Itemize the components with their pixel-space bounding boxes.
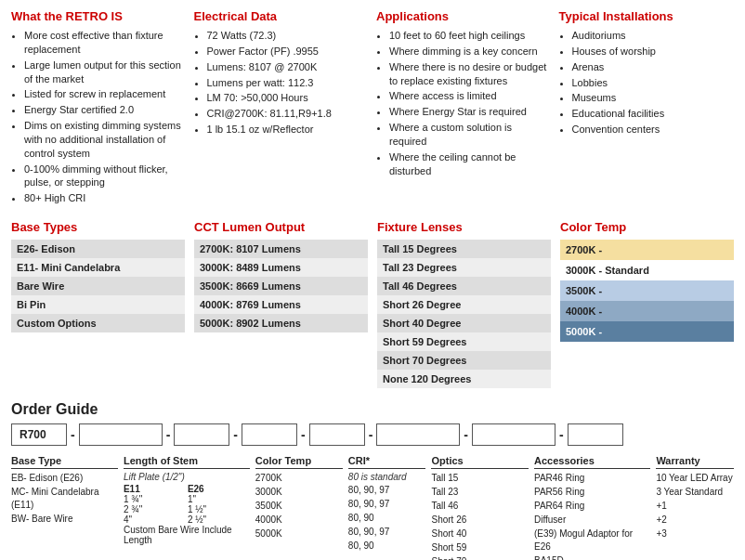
order-dash-3: - — [233, 427, 238, 442]
stem-grid: E11 1 ¾" 2 ¾" 4" E26 1" 1 ½" 2 ½" — [124, 484, 250, 525]
stem-row: 1 ¾" — [124, 494, 186, 504]
accessories-col: Accessories PAR46 Ring PAR56 Ring PAR64 … — [534, 455, 650, 560]
optics-header: Optics — [431, 455, 529, 469]
list-item: Arenas — [572, 60, 735, 74]
list-item: Where dimming is a key concern — [389, 45, 552, 59]
list-item: Museums — [572, 91, 735, 105]
list-item: More cost effective than fixture replace… — [24, 29, 187, 57]
typical-installations-col: Typical Installations Auditoriums Houses… — [559, 9, 735, 207]
accessories-header: Accessories — [534, 455, 650, 469]
table-row: Tall 23 Degrees — [377, 258, 551, 277]
list-item: Tall 15 — [431, 472, 529, 485]
cct-lumen-section: CCT Lumen Output 2700K: 8107 Lumens 3000… — [194, 220, 368, 388]
list-item: Lobbies — [572, 76, 735, 90]
table-row: 3000K - Standard — [560, 260, 734, 280]
table-row: Tall 15 Degrees — [377, 240, 551, 258]
optics-col: Optics Tall 15 Tall 23 Tall 46 Short 26 … — [431, 455, 529, 560]
warranty-col: Warranty 10 Year LED Array 3 Year Standa… — [656, 455, 734, 560]
order-guide-section: Order Guide R700 - - - - - - - Base Type… — [11, 401, 734, 560]
e26-label: E26 — [188, 484, 204, 494]
list-item: Diffuser — [534, 514, 650, 527]
table-row: Short 26 Degree — [377, 295, 551, 314]
optics-list: Tall 15 Tall 23 Tall 46 Short 26 Short 4… — [431, 472, 529, 560]
e26-col: E26 1" 1 ½" 2 ½" — [188, 484, 250, 525]
table-row: E11- Mini Candelabra — [11, 258, 185, 277]
cct-lumen-title: CCT Lumen Output — [194, 220, 368, 234]
list-item: Lumens: 8107 @ 2700K — [207, 60, 370, 74]
list-item: MC- Mini Candelabra (E11) — [11, 486, 118, 512]
top-info-grid: What the RETRO IS More cost effective th… — [11, 9, 734, 207]
list-item: Where Energy Star is required — [389, 105, 552, 119]
typical-installations-title: Typical Installations — [559, 9, 735, 23]
stem-row: 2 ¾" — [124, 504, 186, 514]
cct-order-header: Color Temp — [255, 455, 343, 469]
cri-subheader: 80 is standard — [348, 472, 426, 482]
list-item: BA15D — [534, 554, 650, 560]
order-details-grid: Base Type EB- Edison (E26) MC- Mini Cand… — [11, 455, 734, 560]
list-item: Large lumen output for this section of t… — [24, 59, 187, 86]
order-dash-7: - — [559, 427, 564, 442]
list-item: Tall 46 — [431, 500, 529, 513]
list-item: Short 70 — [431, 555, 529, 560]
table-row: Bare Wire — [11, 277, 185, 295]
base-type-list: EB- Edison (E26) MC- Mini Candelabra (E1… — [11, 472, 118, 526]
list-item: 1 lb 15.1 oz w/Reflector — [207, 123, 370, 137]
warranty-list: 10 Year LED Array 3 Year Standard +1 +2 … — [656, 472, 734, 540]
list-item: BW- Bare Wire — [11, 513, 118, 526]
order-box-base[interactable] — [79, 423, 163, 446]
accessories-list: PAR46 Ring PAR56 Ring PAR64 Ring Diffuse… — [534, 472, 650, 560]
warranty-header: Warranty — [656, 455, 734, 469]
what-retro-col: What the RETRO IS More cost effective th… — [11, 9, 187, 207]
list-item: 80, 90, 97 — [348, 484, 426, 497]
order-box-optics[interactable] — [376, 423, 460, 446]
list-item: 80, 90, 97 — [348, 526, 426, 539]
list-item: 2700K — [255, 472, 343, 485]
cct-lumen-table: 2700K: 8107 Lumens 3000K: 8489 Lumens 35… — [194, 240, 368, 332]
list-item: Dims on existing dimming systems with no… — [24, 119, 187, 161]
base-types-table: E26- Edison E11- Mini Candelabra Bare Wi… — [11, 240, 185, 332]
color-temp-table: 2700K - 3000K - Standard 3500K - 4000K -… — [560, 240, 734, 342]
list-item: Where there is no desire or budget to re… — [389, 60, 552, 88]
table-row: 4000K - — [560, 301, 734, 321]
list-item: Tall 23 — [431, 486, 529, 499]
order-code-r700: R700 — [11, 423, 67, 446]
what-retro-title: What the RETRO IS — [11, 9, 187, 23]
table-row: Short 59 Degrees — [377, 332, 551, 351]
list-item: 10 feet to 60 feet high ceilings — [389, 29, 552, 43]
base-types-section: Base Types E26- Edison E11- Mini Candela… — [11, 220, 185, 388]
stem-note: Custom Bare Wire Include Length — [124, 525, 250, 545]
list-item: Where a custom solution is required — [389, 121, 552, 149]
cri-list: 80, 90, 97 80, 90, 97 80, 90 80, 90, 97 … — [348, 484, 426, 553]
list-item: 3 Year Standard — [656, 486, 734, 499]
order-box-stem[interactable] — [174, 423, 229, 446]
table-row: Short 40 Degree — [377, 314, 551, 332]
list-item: 80, 90, 97 — [348, 498, 426, 511]
list-item: Short 59 — [431, 541, 529, 554]
list-item: PAR56 Ring — [534, 486, 650, 499]
order-box-cri[interactable] — [309, 423, 365, 446]
list-item: +3 — [656, 527, 734, 540]
list-item: 3000K — [255, 486, 343, 499]
cri-col: CRI* 80 is standard 80, 90, 97 80, 90, 9… — [348, 455, 426, 560]
list-item: 80, 90 — [348, 540, 426, 553]
list-item: Auditoriums — [572, 29, 735, 43]
order-box-accessories[interactable] — [472, 423, 555, 446]
what-retro-list: More cost effective than fixture replace… — [11, 29, 187, 205]
color-temp-section: Color Temp 2700K - 3000K - Standard 3500… — [560, 220, 734, 388]
order-guide-title: Order Guide — [11, 401, 734, 418]
list-item: (E39) Mogul Adaptor for E26 — [534, 527, 650, 553]
stem-row: 2 ½" — [188, 514, 250, 525]
order-code-row: R700 - - - - - - - — [11, 423, 734, 446]
table-row: 5000K: 8902 Lumens — [194, 314, 368, 332]
fixture-lenses-section: Fixture Lenses Tall 15 Degrees Tall 23 D… — [377, 220, 551, 388]
order-box-warranty[interactable] — [568, 423, 623, 446]
order-box-cct[interactable] — [242, 423, 297, 446]
cri-header: CRI* — [348, 455, 426, 469]
cct-order-col: Color Temp 2700K 3000K 3500K 4000K 5000K — [255, 455, 343, 560]
base-type-col: Base Type EB- Edison (E26) MC- Mini Cand… — [11, 455, 118, 560]
list-item: Short 40 — [431, 527, 529, 540]
table-row: 5000K - — [560, 321, 734, 342]
table-row: 3500K - — [560, 280, 734, 301]
table-row: 2700K - — [560, 240, 734, 260]
color-temp-title: Color Temp — [560, 220, 734, 234]
